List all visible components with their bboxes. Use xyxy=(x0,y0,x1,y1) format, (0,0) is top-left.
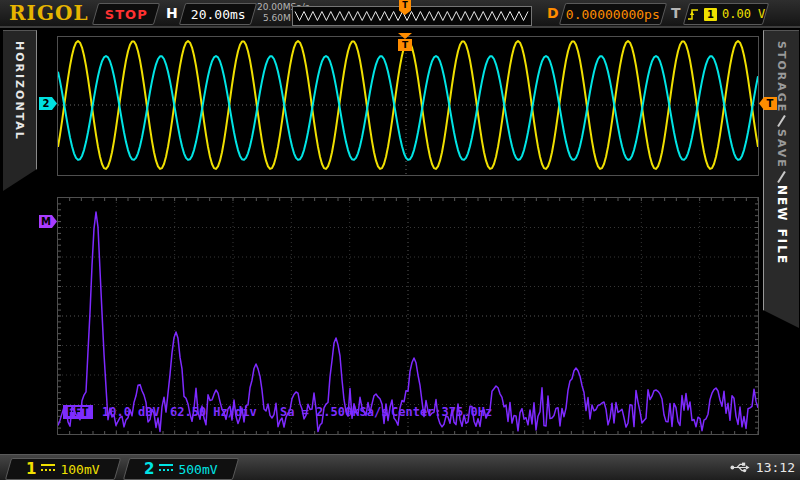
timebase-badge[interactable]: 20.00ms xyxy=(179,3,257,25)
trigger-prefix-label: T xyxy=(671,5,681,21)
fft-panel: 10.0 dBV 62.50 Hz/div Sa = 2.500kSa/s Ce… xyxy=(57,197,759,435)
trigger-source-chip: 1 xyxy=(704,8,717,21)
rigol-logo: RIGOL xyxy=(9,1,89,25)
usb-icon xyxy=(730,461,752,474)
waveform-preview-strip xyxy=(292,6,532,26)
tab-horizontal-menu[interactable]: HORIZONTAL xyxy=(3,30,37,191)
top-status-bar: RIGOL STOP H 20.00ms 20.00MSa/s 5.60M pt… xyxy=(0,0,800,28)
timebase-value: 20.00ms xyxy=(191,7,246,22)
channel1-scale-value: 100mV xyxy=(61,462,100,477)
horizontal-tab-label: HORIZONTAL xyxy=(13,41,26,141)
menu-item-new-file[interactable]: NEW FILE xyxy=(775,185,789,265)
ch2-ground-marker[interactable]: 2 xyxy=(39,97,57,110)
dc-coupling-icon xyxy=(42,464,56,474)
menu-separator-slash xyxy=(777,171,786,183)
time-domain-panel xyxy=(57,36,759,176)
rising-edge-icon xyxy=(687,7,699,21)
clock: 13:12 xyxy=(756,460,795,475)
channel1-number: 1 xyxy=(26,460,36,478)
run-status-badge[interactable]: STOP xyxy=(92,3,160,25)
preview-waveform xyxy=(293,7,529,23)
trigger-level-value: 0.00 V xyxy=(722,7,765,21)
trigger-badge[interactable]: 1 0.00 V xyxy=(683,3,769,25)
channel2-number: 2 xyxy=(144,460,154,478)
trigger-level-marker[interactable]: T xyxy=(759,97,777,110)
dc-coupling-icon xyxy=(160,464,174,474)
delay-badge[interactable]: 0.00000000ps xyxy=(559,3,667,25)
menu-item-save[interactable]: SAVE xyxy=(775,129,788,169)
oscilloscope-screen: { "header": { "logo": "RIGOL", "run_stat… xyxy=(0,0,800,480)
run-status-label: STOP xyxy=(105,7,148,22)
time-domain-waveforms xyxy=(58,37,758,175)
fft-trace xyxy=(58,198,758,434)
trigger-position-marker[interactable]: T xyxy=(397,33,413,51)
channel2-badge[interactable]: 2 500mV xyxy=(123,458,239,480)
bottom-status-bar: 1 100mV 2 500mV 13:12 xyxy=(0,454,800,480)
math-channel-marker[interactable]: M xyxy=(39,215,57,228)
delay-prefix-label: D xyxy=(547,5,559,21)
delay-value: 0.00000000ps xyxy=(566,7,660,22)
channel1-badge[interactable]: 1 100mV xyxy=(5,458,121,480)
tab-storage-menu[interactable]: STORAGE SAVE NEW FILE xyxy=(763,30,799,328)
channel2-scale-value: 500mV xyxy=(179,462,218,477)
horizontal-prefix-label: H xyxy=(166,5,178,21)
menu-separator-slash xyxy=(777,115,786,127)
